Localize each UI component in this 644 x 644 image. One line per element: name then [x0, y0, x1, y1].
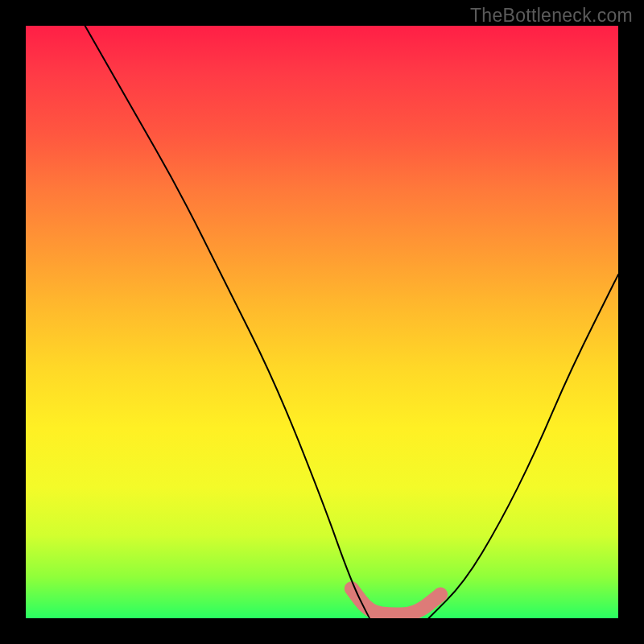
- curves-svg: [26, 26, 618, 618]
- plot-area: [26, 26, 618, 618]
- watermark-text: TheBottleneck.com: [470, 5, 633, 27]
- right-curve-line: [429, 275, 619, 618]
- chart-canvas: TheBottleneck.com: [0, 0, 644, 644]
- left-curve-line: [85, 26, 369, 618]
